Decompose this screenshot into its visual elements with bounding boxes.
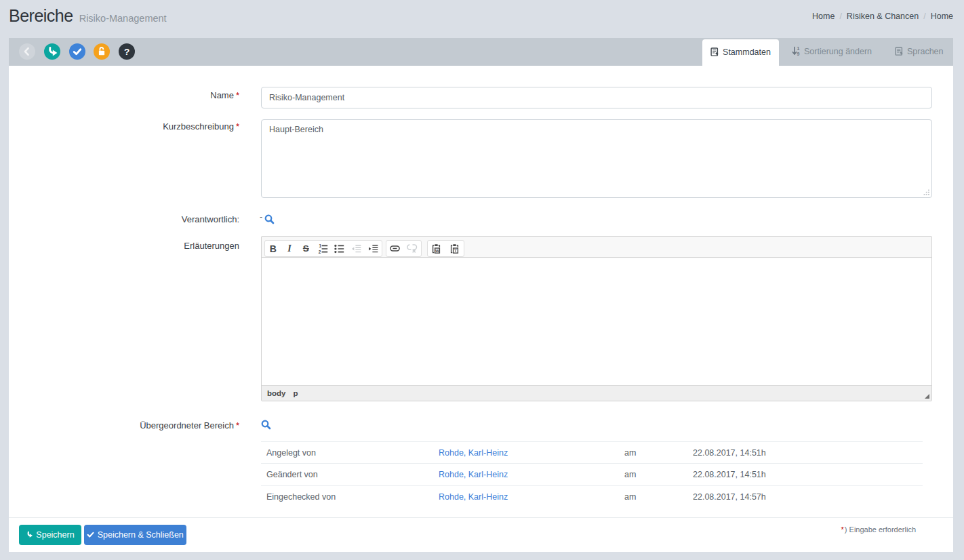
svg-text:2: 2 bbox=[318, 249, 321, 253]
svg-text:T: T bbox=[454, 247, 457, 252]
svg-text:1: 1 bbox=[797, 46, 800, 51]
svg-text:W: W bbox=[435, 247, 439, 252]
svg-text:1: 1 bbox=[319, 244, 321, 248]
svg-text:9: 9 bbox=[797, 52, 800, 56]
svg-text:?: ? bbox=[124, 47, 129, 57]
